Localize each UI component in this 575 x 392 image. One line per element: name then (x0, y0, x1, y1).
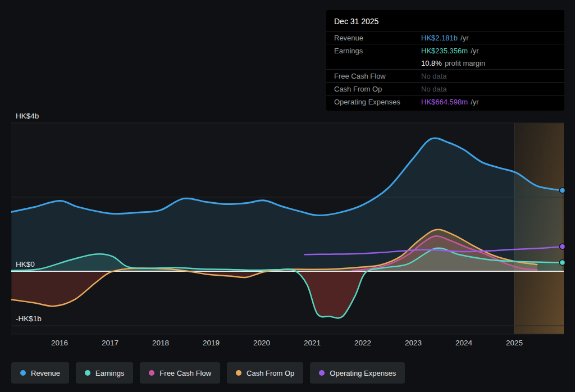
legend-item-operating-expenses[interactable]: Operating Expenses (310, 362, 405, 384)
y-axis-label: HK$0 (16, 260, 35, 268)
legend: Revenue Earnings Free Cash Flow Cash Fro… (11, 362, 405, 384)
tooltip-row-suffix: /yr (471, 47, 478, 55)
tooltip-row-label: Cash From Op (334, 85, 421, 93)
legend-label: Cash From Op (247, 369, 294, 377)
x-axis-label: 2016 (51, 339, 68, 347)
x-axis-label: 2021 (304, 339, 321, 347)
tooltip: Dec 31 2025 Revenue HK$2.181b /yr Earnin… (326, 10, 564, 111)
operating-expenses-dot-icon (319, 370, 325, 376)
x-axis-label: 2025 (506, 339, 523, 347)
tooltip-row-value: No data (421, 85, 447, 93)
free-cash-flow-dot-icon (149, 370, 154, 376)
tooltip-row-profit-margin: 10.8% profit margin (326, 57, 564, 69)
chart-page: Dec 31 2025 Revenue HK$2.181b /yr Earnin… (0, 0, 575, 392)
x-axis-label: 2022 (354, 339, 371, 347)
tooltip-row-suffix: /yr (460, 34, 468, 42)
operating-expenses-end-dot (560, 244, 565, 249)
revenue-end-dot (560, 188, 565, 193)
tooltip-row-operating-expenses: Operating Expenses HK$664.598m /yr (326, 95, 564, 108)
legend-item-earnings[interactable]: Earnings (76, 362, 133, 384)
x-axis-label: 2020 (253, 339, 270, 347)
tooltip-row-value: No data (421, 72, 447, 80)
revenue-dot-icon (20, 370, 26, 376)
tooltip-row-value: HK$664.598m (421, 98, 468, 106)
x-axis-label: 2023 (405, 339, 422, 347)
legend-label: Operating Expenses (330, 369, 396, 377)
tooltip-row-free-cash-flow: Free Cash Flow No data (326, 69, 564, 82)
tooltip-date: Dec 31 2025 (326, 15, 564, 31)
y-axis-label: HK$4b (16, 112, 39, 120)
x-axis-label: 2019 (203, 339, 220, 347)
tooltip-row-value: HK$2.181b (421, 34, 458, 42)
tooltip-row-suffix: profit margin (445, 59, 485, 67)
tooltip-row-label: Free Cash Flow (334, 72, 421, 80)
legend-item-revenue[interactable]: Revenue (11, 362, 69, 384)
tooltip-row-label: Earnings (334, 47, 421, 55)
x-axis-label: 2018 (152, 339, 169, 347)
tooltip-row-label: Operating Expenses (334, 98, 421, 106)
tooltip-row-label: Revenue (334, 34, 421, 42)
legend-item-cash-from-op[interactable]: Cash From Op (227, 362, 303, 384)
legend-label: Earnings (95, 369, 124, 377)
tooltip-row-cash-from-op: Cash From Op No data (326, 82, 564, 95)
tooltip-row-value: 10.8% (421, 59, 442, 67)
earnings-end-dot (560, 259, 565, 265)
tooltip-row-value: HK$235.356m (421, 47, 468, 55)
y-axis-label: -HK$1b (16, 314, 42, 323)
earnings-dot-icon (85, 370, 90, 376)
x-axis-label: 2024 (455, 339, 472, 347)
legend-label: Free Cash Flow (159, 369, 211, 377)
cash-from-op-dot-icon (236, 370, 241, 376)
x-axis-label: 2017 (102, 339, 118, 347)
legend-item-free-cash-flow[interactable]: Free Cash Flow (140, 362, 220, 384)
tooltip-row-suffix: /yr (471, 98, 478, 106)
tooltip-row-revenue: Revenue HK$2.181b /yr (326, 31, 564, 44)
tooltip-row-earnings: Earnings HK$235.356m /yr (326, 44, 564, 57)
legend-label: Revenue (31, 369, 60, 377)
